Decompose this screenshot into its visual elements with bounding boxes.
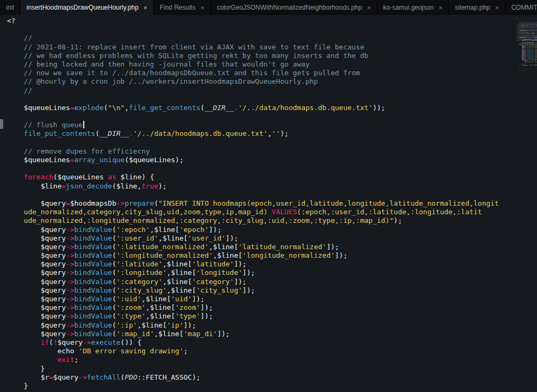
- code-token: <?: [7, 17, 16, 25]
- code-line[interactable]: $query->bindValue(':type',$line['type'])…: [7, 312, 537, 321]
- code-token: bindValue: [74, 268, 112, 277]
- code-token: $line) {: [117, 173, 154, 181]
- code-line[interactable]: $query->bindValue(':latitude',$line['lat…: [7, 260, 537, 268]
- code-line[interactable]: $query->bindValue(':latitude_normalized'…: [7, 243, 537, 251]
- code-token: ude_normalized,:longitude_normalized,:ca…: [24, 216, 394, 224]
- code-line[interactable]: [7, 25, 537, 34]
- code-token: ->: [66, 286, 75, 294]
- code-line[interactable]: // 2021-08-11: replace insert from clien…: [7, 43, 537, 52]
- code-token: [7, 34, 24, 42]
- code-token: ->: [66, 243, 75, 251]
- tab-2[interactable]: Find Results×: [154, 0, 211, 15]
- code-line[interactable]: $query->bindValue(':city_slug',$line['ci…: [7, 286, 537, 295]
- code-token: bindValue: [74, 295, 112, 303]
- tab-close-icon[interactable]: ×: [143, 4, 148, 11]
- code-line[interactable]: $queueLines=explode("\n",file_get_conten…: [7, 104, 537, 112]
- code-token: ->: [66, 260, 75, 268]
- code-line[interactable]: $query->bindValue(':zoom',$line['zoom'])…: [7, 303, 537, 312]
- code-line[interactable]: [7, 191, 537, 199]
- code-token: '/../data/hoodmaps.db.queue.txt': [238, 104, 373, 112]
- code-token: (: [120, 373, 125, 381]
- tab-close-icon[interactable]: ×: [439, 4, 443, 11]
- code-token: 'DB error saving drawing': [527, 61, 537, 62]
- code-line[interactable]: exit;: [7, 355, 537, 364]
- code-line[interactable]: $query->bindValue(':epoch',$line['epoch'…: [7, 226, 537, 234]
- minimap[interactable]: <? // // 2021-08-11: replace insert from…: [517, 18, 537, 77]
- code-line[interactable]: [7, 164, 537, 173]
- code-line[interactable]: [7, 95, 537, 104]
- code-token: [7, 373, 41, 381]
- code-editor[interactable]: <? // // 2021-08-11: replace insert from…: [0, 15, 537, 392]
- tab-close-icon[interactable]: ×: [495, 4, 499, 11]
- code-line[interactable]: $line=json_decode($line,true);: [7, 182, 537, 191]
- code-token: 'DB error saving drawing': [78, 347, 184, 355]
- code-token: );: [158, 182, 167, 190]
- code-token: }: [7, 365, 45, 373]
- code-token: 'map_di': [184, 330, 217, 338]
- code-token: <?: [517, 18, 518, 19]
- tab-close-icon[interactable]: ×: [200, 4, 205, 11]
- code-token: [7, 52, 24, 60]
- code-token: ':city_slug': [117, 286, 167, 294]
- code-line[interactable]: $query->bindValue(':longitude',$line['lo…: [7, 268, 537, 277]
- tab-3[interactable]: colorGeoJSONWithNormalizedNeighborhoods.…: [211, 0, 378, 15]
- code-line[interactable]: [7, 139, 537, 147]
- code-token: $queueLines: [24, 104, 70, 112]
- code-area: <? // // 2021-08-11: replace insert from…: [7, 17, 537, 390]
- code-token: ':category': [117, 278, 163, 286]
- code-line[interactable]: ude_normalized,:longitude_normalized,:ca…: [7, 216, 537, 225]
- code-line[interactable]: $query->bindValue(':user_id',$line['user…: [7, 234, 537, 243]
- code-token: (: [112, 260, 117, 268]
- code-token: ->: [117, 199, 125, 207]
- code-line[interactable]: // being locked and then having -journal…: [7, 60, 537, 69]
- code-line[interactable]: echo 'DB error saving drawing';: [7, 347, 537, 355]
- code-line[interactable]: $query->bindValue(':ip',$line['ip']);: [7, 321, 537, 330]
- code-line[interactable]: $queueLines=array_unique($queueLines);: [7, 156, 537, 164]
- code-token: (: [112, 278, 117, 286]
- code-line[interactable]: $query->bindValue(':map_id',$line['map_d…: [7, 330, 537, 338]
- code-line[interactable]: <?: [7, 17, 537, 25]
- code-line[interactable]: file_put_contents(__DIR__.'/../data/hood…: [7, 129, 537, 138]
- code-token: $query: [41, 243, 66, 251]
- code-line[interactable]: foreach($queueLines as $line) {: [7, 173, 537, 182]
- code-line[interactable]: if(!$query->execute()) {: [7, 338, 537, 347]
- code-line[interactable]: $query->bindValue(':category',$line['cat…: [7, 278, 537, 286]
- minimap-viewport[interactable]: [517, 24, 537, 41]
- code-token: bindValue: [74, 312, 112, 320]
- code-line[interactable]: // now we save it to /../data/hoodmapsDb…: [7, 69, 537, 77]
- code-line[interactable]: ude_normalized,category,city_slug,uid,zo…: [7, 208, 537, 216]
- tab-1[interactable]: insertHoodmapsDrawQueueHourly.php×: [20, 0, 154, 15]
- code-token: ->: [66, 278, 75, 286]
- code-token: 'longitude': [196, 268, 242, 277]
- tab-4[interactable]: ko-samui.geojson×: [378, 0, 449, 15]
- code-line[interactable]: //: [7, 86, 537, 95]
- tab-close-icon[interactable]: ×: [367, 4, 371, 11]
- code-line[interactable]: //: [7, 34, 537, 42]
- code-token: (: [112, 330, 117, 338]
- code-line[interactable]: $query->bindValue(':longitude_normalized…: [7, 251, 537, 260]
- code-line[interactable]: $query=$hoodmapsDb->prepare("INSERT INTO…: [7, 199, 537, 208]
- code-line[interactable]: // remove dupes for efficiecny: [7, 147, 537, 156]
- code-token: [7, 338, 41, 346]
- code-token: $query: [41, 286, 66, 294]
- code-line[interactable]: [7, 112, 537, 121]
- code-token: (: [200, 104, 205, 112]
- code-token: ]);: [234, 278, 246, 286]
- code-token: ude_normalized,category,city_slug,uid,zo…: [24, 208, 272, 216]
- code-line[interactable]: }: [7, 382, 537, 390]
- code-line[interactable]: $r=$query->fetchAll(PDO::FETCH_ASSOC);: [7, 373, 537, 382]
- code-line[interactable]: // @hourly by a cron job /../workers/ins…: [7, 77, 537, 86]
- code-token: "\n": [108, 104, 125, 112]
- code-line[interactable]: $query->bindValue(':uid',$line['uid']);: [7, 295, 537, 303]
- code-token: foreach: [24, 173, 53, 181]
- code-line[interactable]: // flush queue: [7, 121, 537, 129]
- code-token: ($queueLines);: [125, 156, 184, 164]
- tab-0[interactable]: init: [0, 0, 20, 15]
- tab-5[interactable]: sitemap.php×: [449, 0, 505, 15]
- code-token: bindValue: [74, 226, 112, 234]
- code-line[interactable]: }: [7, 365, 537, 373]
- code-token: // remove dupes for efficiecny: [24, 147, 150, 155]
- code-token: ':zoom': [117, 303, 146, 311]
- tab-6[interactable]: COMMIT_EDITMSG×: [505, 0, 537, 15]
- code-line[interactable]: // we had endless problems with SQLite g…: [7, 52, 537, 60]
